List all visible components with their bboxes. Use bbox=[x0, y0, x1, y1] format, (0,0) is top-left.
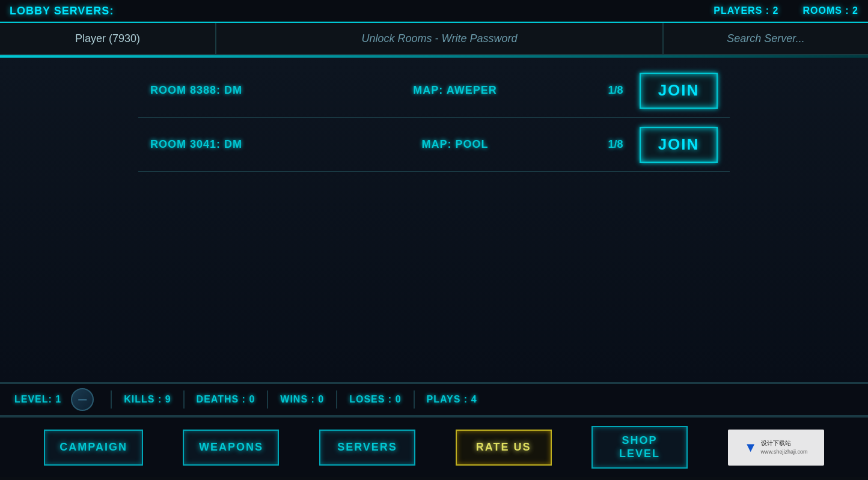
level-stat: LEVEL: 1 — bbox=[14, 388, 99, 411]
search-server-input[interactable]: Search Server... bbox=[664, 23, 868, 54]
stat-divider bbox=[111, 390, 112, 409]
room-map-1: MAP: AWEPER bbox=[319, 84, 591, 97]
table-row: ROOM 3041: DM MAP: POOL 1/8 JOIN bbox=[138, 118, 730, 172]
sub-header: Player (7930) Unlock Rooms - Write Passw… bbox=[0, 23, 868, 55]
wins-label: WINS : 0 bbox=[280, 394, 324, 405]
stats-bar: LEVEL: 1 — KILLS : 9 DEATHS : 0 WINS : 0… bbox=[0, 382, 868, 417]
kills-stat: KILLS : 9 bbox=[124, 394, 171, 405]
wins-stat: WINS : 0 bbox=[280, 394, 324, 405]
loses-stat: LOSES : 0 bbox=[349, 394, 401, 405]
join-button-2[interactable]: JOIN bbox=[640, 127, 718, 163]
plays-stat: PLAYS : 4 bbox=[427, 394, 477, 405]
nav-bar: CAMPAIGN WEAPONS SERVERS RATE US SHOP LE… bbox=[0, 417, 868, 477]
table-row: ROOM 8388: DM MAP: AWEPER 1/8 JOIN bbox=[138, 64, 730, 118]
join-button-1[interactable]: JOIN bbox=[640, 73, 718, 109]
lobby-servers-label: LOBBY SERVERS: bbox=[10, 5, 114, 17]
watermark-text: 设计下载站www.shejizhaji.com bbox=[761, 439, 808, 456]
stat-divider bbox=[267, 390, 268, 409]
room-players-1: 1/8 bbox=[591, 84, 640, 97]
deaths-stat: DEATHS : 0 bbox=[197, 394, 255, 405]
stat-divider bbox=[414, 390, 415, 409]
shop-level-button[interactable]: SHOP LEVEL bbox=[591, 426, 688, 469]
rate-us-button[interactable]: RATE US bbox=[456, 430, 552, 466]
room-players-2: 1/8 bbox=[591, 138, 640, 151]
rooms-count: ROOMS : 2 bbox=[802, 5, 858, 16]
room-name-1: ROOM 8388: DM bbox=[150, 84, 319, 97]
stat-divider bbox=[336, 390, 337, 409]
search-server-label: Search Server... bbox=[727, 32, 804, 45]
watermark: ▼ 设计下载站www.shejizhaji.com bbox=[728, 430, 824, 466]
players-count: PLAYERS : 2 bbox=[714, 5, 778, 16]
header-stats: PLAYERS : 2 ROOMS : 2 bbox=[714, 5, 858, 16]
room-map-2: MAP: POOL bbox=[319, 138, 591, 151]
room-name-2: ROOM 3041: DM bbox=[150, 138, 319, 151]
shop-level-line1: SHOP bbox=[622, 434, 658, 448]
header-bar: LOBBY SERVERS: PLAYERS : 2 ROOMS : 2 bbox=[0, 0, 868, 23]
plays-label: PLAYS : 4 bbox=[427, 394, 477, 405]
unlock-rooms-input[interactable]: Unlock Rooms - Write Password bbox=[216, 23, 664, 54]
kills-label: KILLS : 9 bbox=[124, 394, 171, 405]
deaths-label: DEATHS : 0 bbox=[197, 394, 255, 405]
player-name-box[interactable]: Player (7930) bbox=[0, 23, 216, 54]
level-badge: — bbox=[71, 388, 94, 411]
main-area: ROOM 8388: DM MAP: AWEPER 1/8 JOIN ROOM … bbox=[0, 58, 868, 382]
level-badge-icon: — bbox=[78, 395, 87, 404]
watermark-logo-icon: ▼ bbox=[744, 441, 757, 454]
shop-level-line2: LEVEL bbox=[619, 448, 660, 461]
unlock-rooms-label: Unlock Rooms - Write Password bbox=[361, 32, 517, 45]
stat-divider bbox=[183, 390, 185, 409]
level-label: LEVEL: 1 bbox=[14, 394, 61, 405]
campaign-button[interactable]: CAMPAIGN bbox=[44, 430, 143, 466]
weapons-button[interactable]: WEAPONS bbox=[183, 430, 279, 466]
loses-label: LOSES : 0 bbox=[349, 394, 401, 405]
player-name: Player (7930) bbox=[75, 32, 140, 45]
servers-button[interactable]: SERVERS bbox=[319, 430, 415, 466]
